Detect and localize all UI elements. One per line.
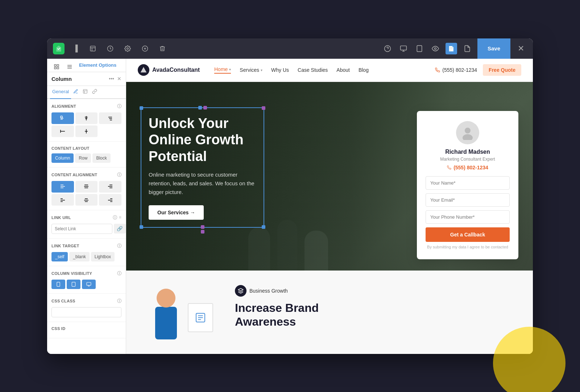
alignment-info-icon[interactable]: ⓘ <box>117 103 121 110</box>
nav-services[interactable]: Services ▾ <box>240 67 262 73</box>
content-align-tr[interactable] <box>99 181 121 193</box>
toolbar-icons: ▐ <box>70 44 376 54</box>
history-icon[interactable] <box>105 44 115 54</box>
content-alignment-section: Content Alignment ⓘ <box>47 168 126 210</box>
tab-link[interactable] <box>90 86 99 98</box>
panel-more-icon[interactable]: ••• <box>109 76 114 82</box>
content-alignment-grid <box>51 181 121 206</box>
panel-title: Column <box>51 76 109 82</box>
add-icon[interactable] <box>140 44 150 54</box>
link-target-self-btn[interactable]: _self <box>51 252 68 261</box>
vis-desktop-btn[interactable] <box>82 280 96 289</box>
handle-mid-bottom <box>201 225 204 229</box>
css-class-input[interactable] <box>51 307 121 317</box>
handle-br <box>262 225 265 229</box>
save-button[interactable]: Save <box>477 38 510 59</box>
svg-rect-26 <box>61 116 62 118</box>
content-alignment-info-icon[interactable]: ⓘ <box>117 172 121 178</box>
content-align-br[interactable] <box>99 194 121 206</box>
content-layout-label: Content Layout <box>51 146 121 150</box>
link-target-label: Link Target ⓘ <box>51 243 121 249</box>
align-mid-center-btn[interactable] <box>75 125 98 137</box>
content-align-tl[interactable] <box>51 181 74 193</box>
close-button[interactable]: ✕ <box>515 44 527 53</box>
link-url-row: 🔗 <box>51 224 121 234</box>
text-box-handle <box>198 106 207 110</box>
svg-point-65 <box>465 128 471 133</box>
free-quote-btn[interactable]: Free Quote <box>483 64 521 76</box>
nav-why-us[interactable]: Why Us <box>271 67 289 73</box>
left-panel: Element Options Column ••• ✕ General <box>47 59 126 354</box>
panel-close-icon[interactable]: ✕ <box>117 76 121 82</box>
card-submit-btn[interactable]: Get a Callback <box>426 227 510 242</box>
layers-icon[interactable] <box>88 44 98 54</box>
card-avatar <box>456 121 479 144</box>
vis-tablet-btn[interactable] <box>67 280 80 289</box>
link-target-blank-btn[interactable]: _blank <box>69 252 89 261</box>
nav-home[interactable]: Home ▾ <box>214 66 231 74</box>
site-preview: AvadaConsultant Home ▾ Services ▾ Why Us… <box>126 59 533 354</box>
bottom-section: Business Growth Increase Brand Awareness <box>126 271 533 354</box>
svg-point-4 <box>127 48 129 49</box>
tab-style[interactable] <box>71 86 80 98</box>
align-top-right-btn[interactable] <box>99 112 121 124</box>
alignment-grid <box>51 112 121 137</box>
link-icon-btn[interactable]: 🔗 <box>114 224 126 234</box>
link-url-info-icon[interactable]: ⓘ <box>113 215 117 221</box>
main-content: Element Options Column ••• ✕ General <box>47 59 533 354</box>
panel-tab-icon-list[interactable] <box>65 62 75 72</box>
align-mid-left-btn[interactable] <box>51 125 74 137</box>
tab-layout[interactable] <box>80 86 90 98</box>
tablet-icon[interactable] <box>414 43 425 54</box>
site-header-right: (555) 802-1234 Free Quote <box>435 64 521 76</box>
visibility-btns <box>51 280 121 289</box>
nav-blog[interactable]: Blog <box>359 67 369 73</box>
layout-block-btn[interactable]: Block <box>92 153 110 163</box>
content-align-bc[interactable] <box>75 194 98 206</box>
content-align-bl[interactable] <box>51 194 74 206</box>
site-header: AvadaConsultant Home ▾ Services ▾ Why Us… <box>126 59 533 82</box>
card-phone: (555) 802-1234 <box>426 165 510 170</box>
site-phone[interactable]: (555) 802-1234 <box>435 67 477 73</box>
hero-cta-btn[interactable]: Our Services → <box>149 205 204 220</box>
card-phone-input[interactable] <box>426 210 510 224</box>
app-logo <box>53 43 65 54</box>
site-logo-text: AvadaConsultant <box>152 67 200 73</box>
link-target-section: Link Target ⓘ _self _blank Lightbox <box>47 239 126 266</box>
nav-about[interactable]: About <box>336 67 350 73</box>
doc-icon[interactable] <box>461 43 473 54</box>
toolbar-right: 📄 Save ✕ <box>382 38 527 59</box>
column-visibility-label: Column Visibility ⓘ <box>51 271 121 277</box>
link-url-section: Link URL ⓘ ≡ 🔗 <box>47 210 126 239</box>
file-icon[interactable]: 📄 <box>446 43 457 54</box>
link-target-lightbox-btn[interactable]: Lightbox <box>91 252 115 261</box>
sidebar-toggle-icon[interactable]: ▐ <box>70 44 80 54</box>
align-top-center-btn[interactable] <box>75 112 98 124</box>
card-email-input[interactable] <box>426 193 510 207</box>
panel-header-icons: ••• ✕ <box>109 76 121 82</box>
content-align-tc[interactable] <box>75 181 98 193</box>
panel-tab-icon-grid[interactable] <box>51 62 62 72</box>
card-name-input[interactable] <box>426 176 510 190</box>
settings-icon[interactable] <box>123 44 133 54</box>
delete-icon[interactable] <box>157 44 167 54</box>
hero-subtitle: Online marketing to secure customer rete… <box>149 170 256 197</box>
link-url-input[interactable] <box>51 224 112 234</box>
vis-mobile-btn[interactable] <box>51 280 65 289</box>
css-class-info-icon[interactable]: ⓘ <box>117 298 121 304</box>
alignment-section: Alignment ⓘ <box>47 99 126 142</box>
tab-general[interactable]: General <box>50 86 71 99</box>
preview-icon[interactable] <box>430 43 441 54</box>
badge-label: Business Growth <box>249 288 288 294</box>
css-class-section: CSS Class ⓘ <box>47 294 126 322</box>
column-visibility-info-icon[interactable]: ⓘ <box>117 271 121 277</box>
help-icon[interactable] <box>382 43 393 54</box>
link-target-btns: _self _blank Lightbox <box>51 252 121 261</box>
link-url-more-icon[interactable]: ≡ <box>119 215 121 221</box>
align-top-left-btn[interactable] <box>51 112 74 124</box>
link-target-info-icon[interactable]: ⓘ <box>117 243 121 249</box>
nav-case-studies[interactable]: Case Studies <box>298 67 328 73</box>
layout-row-btn[interactable]: Row <box>75 153 91 163</box>
desktop-icon[interactable] <box>398 43 409 54</box>
layout-column-btn[interactable]: Column <box>51 153 74 163</box>
